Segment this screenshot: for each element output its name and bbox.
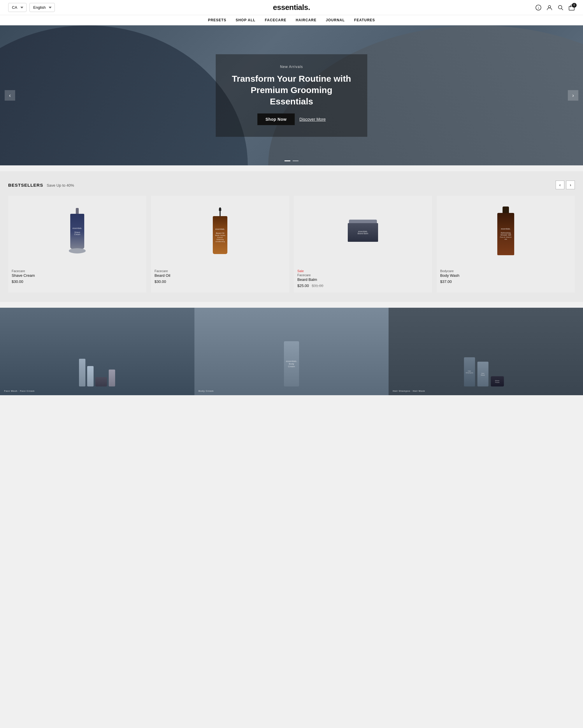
product-card-shave-cream[interactable]: essentials.ShaveCream Facecare Shave Cre… (8, 196, 146, 292)
bottom-panels: Face Wash · Face Cream essentials.BodyCr… (0, 308, 583, 395)
site-logo[interactable]: essentials. (273, 3, 310, 12)
hero-next-button[interactable]: › (568, 90, 578, 101)
hero-content: New Arrivals Transform Your Routine with… (216, 54, 367, 137)
product-category: Facecare (12, 269, 143, 273)
nav-item-journal[interactable]: JOURNAL (326, 18, 345, 22)
product-price: $25.00 $31.00 (297, 284, 428, 288)
shop-now-button[interactable]: Shop Now (257, 113, 295, 125)
bestsellers-prev-button[interactable]: ‹ (556, 181, 564, 189)
bestsellers-title-wrap: BESTSELLERS Save Up to 40% (8, 183, 74, 187)
products-grid: essentials.ShaveCream Facecare Shave Cre… (8, 196, 575, 292)
product-card-beard-oil[interactable]: essentials.Beard OilNettle Jojoba Extrac… (151, 196, 289, 292)
price-original: $31.00 (312, 284, 323, 288)
region-select[interactable]: CA US UK (8, 3, 27, 12)
panel-label-facecare: Face Wash · Face Cream (4, 390, 35, 392)
hero-badge: New Arrivals (230, 65, 353, 69)
bestsellers-subtitle: Save Up to 40% (47, 183, 74, 187)
hero-title: Transform Your Routine with Premium Groo… (230, 73, 353, 107)
product-category: Bodycare (440, 269, 571, 273)
account-icon[interactable] (546, 4, 553, 11)
svg-point-2 (548, 5, 551, 8)
bottom-panel-bodycare[interactable]: essentials.BodyCream Body Cream (194, 308, 389, 395)
product-price: $30.00 (155, 280, 286, 284)
nav-item-facecare[interactable]: FACECARE (265, 18, 286, 22)
svg-line-4 (562, 8, 563, 10)
product-price: $37.00 (440, 280, 571, 284)
product-price: $30.00 (12, 280, 143, 284)
product-info-body-wash: Bodycare Body Wash $37.00 (437, 266, 575, 288)
panel-label-haircare: Hair Shampoo · Hair Mask (393, 390, 425, 392)
panel-label-bodycare: Body Cream (198, 390, 214, 392)
header-left: CA US UK English French (8, 3, 55, 12)
product-card-body-wash[interactable]: essentials.RefreshingShower GelPure & Vi… (437, 196, 575, 292)
product-category: Facecare (155, 269, 286, 273)
nav-item-presets[interactable]: PRESETS (208, 18, 226, 22)
header: CA US UK English French essentials. i (0, 0, 583, 25)
hero-dots (284, 160, 299, 161)
header-top: CA US UK English French essentials. i (0, 0, 583, 15)
product-category: Facecare (297, 273, 428, 277)
svg-text:i: i (538, 6, 539, 9)
search-icon[interactable] (557, 4, 564, 11)
hero-buttons: Shop Now Discover More (230, 113, 353, 125)
hero-prev-button[interactable]: ‹ (5, 90, 15, 101)
bottom-panel-haircare[interactable]: HairShampoo HairMask MattePaste Hair Sha… (389, 308, 583, 395)
info-icon[interactable]: i (535, 4, 542, 11)
bestsellers-arrows: ‹ › (556, 181, 575, 189)
language-select[interactable]: English French (29, 3, 55, 12)
cart-badge: 0 (572, 3, 577, 7)
product-image-beard-oil: essentials.Beard OilNettle Jojoba Extrac… (151, 196, 289, 266)
product-image-shave-cream: essentials.ShaveCream (8, 196, 146, 266)
hero-dot-2[interactable] (293, 160, 299, 161)
bestsellers-section: BESTSELLERS Save Up to 40% ‹ › essential… (0, 171, 583, 302)
product-card-beard-balm[interactable]: essentials.Beard Balm Sale Facecare Bear… (294, 196, 432, 292)
nav-item-features[interactable]: FEATURES (354, 18, 375, 22)
sale-badge: Sale (297, 269, 428, 273)
product-name: Beard Oil (155, 273, 286, 278)
header-right: i 0 (535, 4, 575, 11)
hero-section: ‹ New Arrivals Transform Your Routine wi… (0, 25, 583, 165)
nav-item-haircare[interactable]: HAIRCARE (296, 18, 316, 22)
product-name: Beard Balm (297, 277, 428, 282)
product-info-shave-cream: Facecare Shave Cream $30.00 (8, 266, 146, 288)
cart-icon[interactable]: 0 (568, 4, 575, 11)
bestsellers-header: BESTSELLERS Save Up to 40% ‹ › (8, 181, 575, 189)
product-name: Shave Cream (12, 273, 143, 278)
product-image-beard-balm: essentials.Beard Balm (294, 196, 432, 266)
bestsellers-title: BESTSELLERS (8, 183, 43, 187)
navigation: PRESETS SHOP ALL FACECARE HAIRCARE JOURN… (0, 15, 583, 25)
bottom-panel-facecare[interactable]: Face Wash · Face Cream (0, 308, 194, 395)
nav-item-shop-all[interactable]: SHOP ALL (235, 18, 255, 22)
product-image-body-wash: essentials.RefreshingShower GelPure & Vi… (437, 196, 575, 266)
svg-point-3 (558, 5, 562, 9)
product-info-beard-balm: Sale Facecare Beard Balm $25.00 $31.00 (294, 266, 432, 292)
product-name: Body Wash (440, 273, 571, 278)
bestsellers-next-button[interactable]: › (566, 181, 575, 189)
hero-dot-1[interactable] (284, 160, 290, 161)
product-info-beard-oil: Facecare Beard Oil $30.00 (151, 266, 289, 288)
discover-more-button[interactable]: Discover More (299, 117, 326, 122)
